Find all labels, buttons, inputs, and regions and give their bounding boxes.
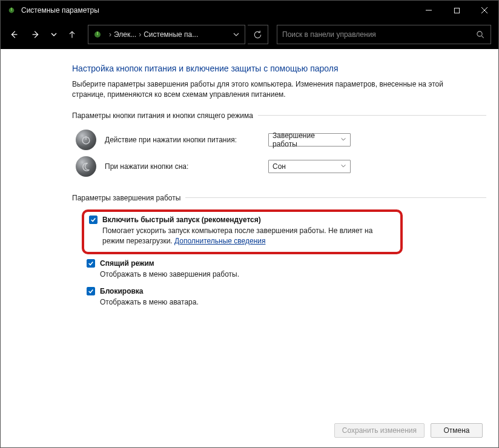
svg-line-12 [481, 36, 483, 38]
select-value: Сон [273, 162, 286, 171]
shutdown-options: Включить быстрый запуск (рекомендуется) … [82, 209, 486, 312]
breadcrumb-part-1[interactable]: Элек... [114, 30, 136, 39]
svg-rect-10 [97, 31, 98, 35]
power-action-label: Действие при нажатии кнопки питания: [105, 136, 260, 144]
select-value: Завершение работы [273, 131, 340, 148]
sleep-action-label: При нажатии кнопки сна: [105, 162, 260, 171]
power-button-action-row: Действие при нажатии кнопки питания: Зав… [76, 130, 486, 150]
page-heading: Настройка кнопок питания и включение защ… [72, 64, 486, 73]
svg-rect-1 [11, 8, 12, 11]
refresh-button[interactable] [248, 25, 268, 44]
sleep-option-label: Спящий режим [100, 259, 154, 268]
lock-checkbox[interactable] [87, 287, 95, 295]
more-info-link[interactable]: Дополнительные сведения [174, 237, 265, 245]
power-icon [76, 130, 96, 150]
fast-startup-option: Включить быстрый запуск (рекомендуется) … [82, 209, 403, 255]
maximize-button[interactable] [443, 1, 471, 20]
sleep-icon [76, 156, 96, 177]
window-frame: Системные параметры › Элек... [0, 0, 499, 448]
sleep-action-select[interactable]: Сон [268, 160, 351, 173]
app-icon [7, 5, 16, 15]
close-button[interactable] [471, 1, 498, 20]
search-input[interactable] [277, 30, 470, 39]
search-bar[interactable] [277, 25, 491, 44]
title-bar: Системные параметры [1, 1, 498, 20]
sleep-option: Спящий режим Отображать в меню завершени… [82, 257, 486, 285]
lock-option: Блокировка Отображать в меню аватара. [82, 285, 486, 312]
fast-startup-description: Помогает ускорить запуск компьютера посл… [102, 226, 394, 246]
sleep-option-description: Отображать в меню завершения работы. [100, 269, 481, 280]
search-icon[interactable] [470, 25, 491, 44]
footer-buttons: Сохранить изменения Отмена [334, 423, 483, 438]
cancel-button[interactable]: Отмена [431, 423, 483, 438]
power-action-select[interactable]: Завершение работы [268, 133, 351, 147]
location-icon [91, 28, 104, 41]
window-title: Системные параметры [21, 6, 415, 15]
breadcrumb-separator: › [139, 30, 141, 39]
fast-startup-label: Включить быстрый запуск (рекомендуется) [102, 216, 261, 224]
minimize-button[interactable] [415, 1, 443, 20]
nav-forward-button[interactable] [26, 25, 45, 44]
content-pane: Настройка кнопок питания и включение защ… [1, 49, 498, 447]
breadcrumb-part-2[interactable]: Системные па... [144, 30, 198, 39]
sleep-button-action-row: При нажатии кнопки сна: Сон [76, 156, 486, 177]
fast-startup-checkbox[interactable] [89, 216, 97, 224]
save-button[interactable]: Сохранить изменения [334, 423, 425, 438]
page-intro: Выберите параметры завершения работы для… [72, 79, 448, 100]
nav-back-button[interactable] [4, 25, 24, 44]
address-dropdown-button[interactable] [228, 25, 245, 44]
shutdown-settings-section: Параметры завершения работы Включить быс… [72, 194, 486, 315]
svg-point-11 [477, 31, 481, 36]
nav-up-button[interactable] [62, 25, 82, 44]
sleep-checkbox[interactable] [87, 259, 95, 268]
nav-bar: › Элек... › Системные па... [1, 20, 498, 49]
power-button-section: Параметры кнопки питания и кнопки спящег… [72, 111, 486, 185]
breadcrumb-separator: › [109, 30, 111, 39]
svg-rect-3 [454, 8, 459, 13]
nav-history-button[interactable] [48, 25, 60, 44]
address-bar[interactable]: › Элек... › Системные па... [88, 25, 245, 44]
lock-option-description: Отображать в меню аватара. [100, 297, 481, 308]
section-legend: Параметры кнопки питания и кнопки спящег… [72, 111, 258, 120]
lock-option-label: Блокировка [100, 287, 144, 295]
chevron-down-icon [340, 136, 346, 144]
section-legend: Параметры завершения работы [72, 194, 185, 202]
chevron-down-icon [340, 162, 346, 171]
